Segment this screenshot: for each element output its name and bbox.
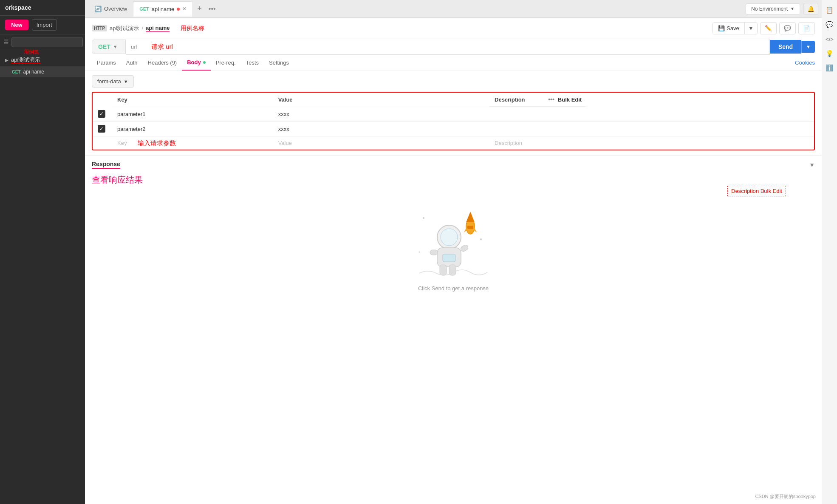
search-input[interactable] [11, 37, 83, 47]
api-item[interactable]: GET api name [0, 66, 85, 77]
api-name-annotation: 用例名称 [181, 25, 204, 32]
checkbox-1[interactable]: ✓ [98, 110, 105, 118]
send-button[interactable]: Send [770, 40, 801, 54]
form-data-label: form-data [97, 78, 121, 85]
collection-chevron-icon: ▶ [5, 58, 8, 62]
svg-rect-8 [430, 250, 438, 255]
api-item-label: api name [23, 69, 44, 75]
key-cell-2[interactable]: parameter2 [112, 122, 273, 136]
edit-icon-button[interactable]: ✏️ [760, 22, 777, 34]
empty-key-cell[interactable]: Key 输入请求参数 [112, 136, 273, 150]
workspace-title: orkspace [5, 4, 31, 11]
empty-desc-cell[interactable]: Description [489, 136, 814, 150]
tab-dot [177, 8, 180, 11]
right-icon-bulb[interactable]: 💡 [824, 48, 836, 59]
nav-tab-auth[interactable]: Auth [121, 55, 143, 70]
collection-name: api测试演示 用例集 [11, 56, 40, 64]
right-icon-comment[interactable]: 💬 [824, 19, 836, 31]
watermark: CSDN @要开朗的spookypop [755, 493, 816, 500]
nav-tab-cookies[interactable]: Cookies [795, 55, 815, 70]
tab-overview[interactable]: 🔄 Overview [88, 1, 133, 17]
col-value-header: Value [273, 93, 489, 107]
nav-tab-headers[interactable]: Headers (9) [143, 55, 182, 70]
nav-tabs: Params Auth Headers (9) Body Pre-req. Te… [85, 55, 822, 71]
right-icon-info[interactable]: ℹ️ [824, 62, 836, 74]
svg-rect-10 [440, 265, 447, 275]
value-cell-1[interactable]: xxxx [273, 107, 489, 122]
doc-icon-button[interactable]: 📄 [798, 22, 815, 34]
tab-overview-label: Overview [104, 6, 127, 12]
col-key-header: Key [112, 93, 273, 107]
right-icon-doc[interactable]: 📋 [824, 4, 836, 16]
tab-add-icon[interactable]: + [193, 1, 206, 17]
col-checkbox [93, 93, 112, 107]
table-row: ✓ parameter1 xxxx [93, 107, 814, 122]
collection-annotation-label: 用例集 [24, 48, 39, 56]
form-data-dropdown[interactable]: form-data ▼ [92, 75, 134, 88]
right-icon-code[interactable]: </> [824, 33, 836, 45]
nav-tab-tests[interactable]: Tests [241, 55, 264, 70]
send-label: Send [778, 43, 793, 50]
params-table: Key Value Description ••• Bulk Edit [93, 93, 814, 150]
active-tab-label: api name [152, 6, 174, 12]
collection-row[interactable]: ▶ api测试演示 用例集 [0, 54, 85, 66]
table-row: ✓ parameter2 xxxx [93, 122, 814, 136]
response-section: Response ▼ 查看响应结果 [85, 155, 822, 301]
url-input[interactable] [126, 39, 770, 55]
save-label: Save [727, 25, 739, 31]
nav-tab-settings[interactable]: Settings [264, 55, 294, 70]
value-cell-2[interactable]: xxxx [273, 122, 489, 136]
method-chevron-icon: ▼ [113, 44, 118, 49]
notifications-icon-btn[interactable]: 🔔 [803, 3, 818, 15]
collection-label: api测试演示 [11, 57, 40, 63]
col-desc-header: Description ••• Bulk Edit [489, 93, 587, 107]
comment-icon-button[interactable]: 💬 [779, 22, 796, 34]
tab-more-icon[interactable]: ••• [206, 2, 218, 16]
desc-cell-2[interactable] [489, 122, 814, 136]
method-label: GET [98, 43, 110, 50]
response-chevron-icon[interactable]: ▼ [809, 161, 815, 168]
env-selector[interactable]: No Environment ▼ [746, 3, 800, 14]
new-button[interactable]: New [5, 20, 28, 30]
astronaut-illustration [415, 197, 492, 282]
params-table-container: Key Value Description ••• Bulk Edit [92, 92, 815, 150]
save-icon: 💾 [718, 25, 725, 31]
svg-point-13 [423, 217, 424, 219]
more-options-table-icon[interactable]: ••• [548, 96, 554, 103]
response-annotation-label: 查看响应结果 [92, 174, 815, 186]
method-select[interactable]: GET ▼ [92, 40, 126, 54]
svg-marker-1 [466, 212, 475, 222]
nav-tab-prereq[interactable]: Pre-req. [211, 55, 241, 70]
checkbox-2[interactable]: ✓ [98, 125, 105, 133]
save-button[interactable]: 💾 Save [713, 23, 744, 34]
right-sidebar: 📋 💬 </> 💡 ℹ️ [822, 0, 837, 504]
body-dot [203, 61, 206, 64]
nav-tab-params[interactable]: Params [92, 55, 121, 70]
desc-cell-1[interactable] [489, 107, 814, 122]
breadcrumb-current: api name [146, 25, 170, 32]
tab-close-icon[interactable]: ✕ [182, 6, 187, 12]
breadcrumb-collection[interactable]: api测试演示 [110, 25, 139, 32]
active-tab-method: GET [139, 6, 149, 11]
env-chevron-icon: ▼ [790, 6, 795, 11]
tab-api-name[interactable]: GET api name ✕ [133, 1, 193, 17]
workspace-header: orkspace [0, 0, 85, 16]
breadcrumb-sep: / [141, 25, 143, 31]
import-button[interactable]: Import [32, 19, 57, 31]
bulk-edit-label[interactable]: Bulk Edit [558, 96, 582, 103]
save-chevron-button[interactable]: ▼ [744, 23, 757, 34]
http-badge: HTTP [92, 25, 107, 31]
empty-table-row: Key 输入请求参数 Value Description [93, 136, 814, 150]
svg-point-6 [441, 229, 458, 246]
save-button-group: 💾 Save ▼ [713, 22, 758, 34]
overview-icon: 🔄 [94, 6, 102, 12]
svg-point-15 [419, 252, 420, 253]
send-chevron-button[interactable]: ▼ [801, 41, 815, 53]
empty-value-cell[interactable]: Value [273, 136, 489, 150]
svg-rect-2 [467, 226, 473, 229]
key-cell-1[interactable]: parameter1 [112, 107, 273, 122]
url-bar: 请求方法 → GET ▼ 请求 url Se [92, 39, 815, 55]
nav-tab-body[interactable]: Body [182, 55, 211, 71]
tab-bar: 🔄 Overview GET api name ✕ + ••• No Envir… [85, 0, 822, 18]
response-title: Response [92, 161, 120, 169]
